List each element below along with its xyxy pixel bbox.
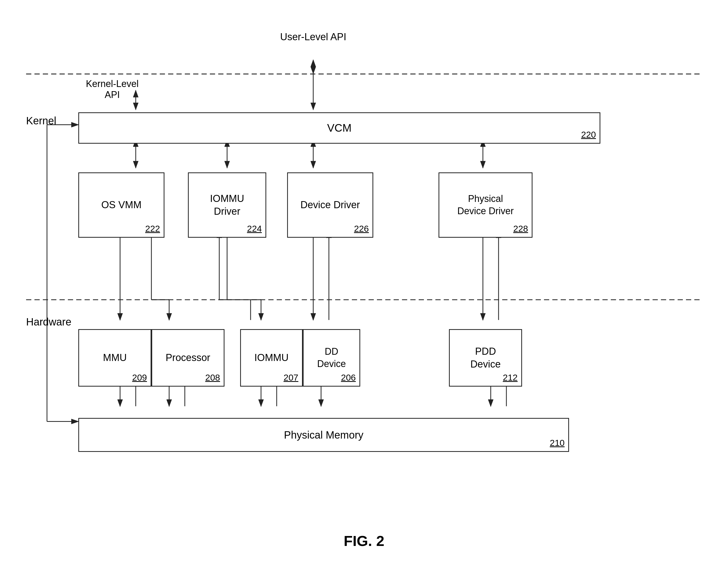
hardware-side-label: Hardware bbox=[26, 316, 71, 328]
processor-ref: 208 bbox=[205, 372, 220, 383]
physical-memory-box: Physical Memory 210 bbox=[78, 418, 569, 452]
os-vmm-ref: 222 bbox=[145, 223, 160, 234]
kernel-level-api-label: Kernel-LevelAPI bbox=[84, 78, 141, 100]
vcm-ref: 220 bbox=[581, 129, 596, 140]
mmu-ref: 209 bbox=[132, 372, 147, 383]
iommu-driver-ref: 224 bbox=[247, 223, 262, 234]
diagram-container: User-Level API Kernel-LevelAPI Kernel Ha… bbox=[26, 16, 702, 539]
fig-caption: FIG. 2 bbox=[0, 532, 728, 549]
pdd-device-box: PDDDevice 212 bbox=[449, 329, 522, 387]
device-driver-ref: 226 bbox=[354, 223, 369, 234]
processor-box: Processor 208 bbox=[151, 329, 224, 387]
iommu-hw-ref: 207 bbox=[283, 372, 298, 383]
mmu-box: MMU 209 bbox=[78, 329, 151, 387]
os-vmm-box: OS VMM 222 bbox=[78, 172, 164, 238]
kernel-side-label: Kernel bbox=[26, 115, 56, 127]
iommu-driver-box: IOMMUDriver 224 bbox=[188, 172, 266, 238]
physical-memory-ref: 210 bbox=[550, 437, 565, 449]
device-driver-box: Device Driver 226 bbox=[287, 172, 373, 238]
vcm-box: VCM 220 bbox=[78, 112, 600, 144]
pdd-ref: 228 bbox=[513, 223, 528, 234]
iommu-hw-box: IOMMU 207 bbox=[240, 329, 303, 387]
physical-device-driver-box: PhysicalDevice Driver 228 bbox=[439, 172, 532, 238]
user-level-api-label: User-Level API bbox=[279, 31, 347, 43]
dd-device-box: DDDevice 206 bbox=[303, 329, 360, 387]
dd-device-ref: 206 bbox=[341, 372, 356, 383]
pdd-device-ref: 212 bbox=[503, 372, 518, 383]
